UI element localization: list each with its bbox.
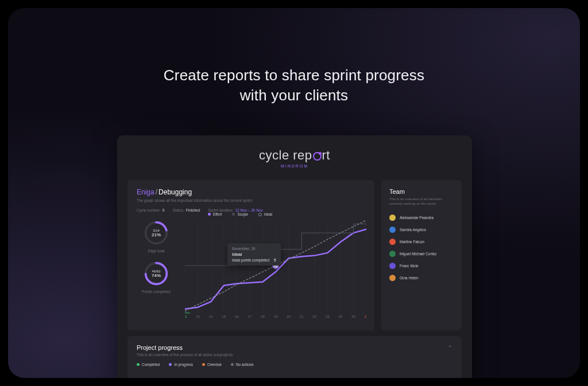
avatar-icon [389, 275, 396, 281]
app-logo: cycle reprt MINDROM [117, 148, 472, 168]
avatar-icon [389, 251, 396, 257]
member-name: Miguel Michael Cortez [400, 252, 436, 256]
sprint-description: The graph shows all the important inform… [137, 198, 365, 202]
member-name: Franc Mole [400, 264, 419, 268]
team-member[interactable]: Aleksandar Peandra [389, 215, 454, 221]
tooltip-date: November, 19 [232, 247, 276, 251]
svg-text:20: 20 [287, 315, 291, 318]
sprint-meta: Cycle number:6 Status:Finished Sprint du… [137, 208, 365, 212]
inprogress-swatch-icon [169, 363, 172, 366]
title-separator: / [156, 188, 157, 196]
logo-wordmark: cycle reprt [117, 148, 472, 163]
promo-frame: Create reports to share sprint progress … [8, 8, 580, 378]
team-member[interactable]: Franc Mole [389, 263, 454, 269]
team-description: This is an overview of all members curre… [389, 197, 454, 206]
team-title: Team [389, 188, 454, 195]
member-name: Martine Falcon [400, 240, 424, 244]
effort-swatch-icon [208, 213, 211, 216]
logo-word-rep: rep [293, 148, 312, 162]
logo-subbrand: MINDROM [117, 164, 472, 168]
chevron-up-icon[interactable]: ⌃ [448, 345, 452, 350]
progress-title: Project progress [137, 344, 183, 351]
sprint-duration: Sprint duration:12 Nov – 26 Nov [208, 208, 263, 212]
legend-scope[interactable]: Scope [232, 212, 247, 216]
project-name: Eniga [137, 188, 154, 196]
points-percent: 74% [152, 273, 161, 278]
svg-text:25: 25 [351, 315, 355, 318]
ideal-swatch-icon [258, 213, 262, 216]
chart-tooltip: November, 19 Ideal Ideal points complete… [227, 243, 281, 266]
progress-description: This is an overview of the process of al… [137, 353, 452, 357]
svg-text:18: 18 [261, 315, 265, 318]
donut-days: 3/1421% [144, 220, 169, 245]
kpi-donuts: 3/1421% Days total 46/6274% Points compl… [136, 220, 177, 302]
svg-text:19: 19 [274, 315, 278, 318]
logo-word-cycle: cycle [259, 148, 289, 162]
svg-text:23: 23 [326, 315, 330, 318]
svg-text:21: 21 [300, 315, 304, 318]
avatar-icon [389, 239, 396, 245]
member-name: Aleksandar Peandra [400, 216, 434, 220]
legend-overdue: Overdue [202, 362, 222, 366]
noactions-swatch-icon [231, 363, 234, 366]
team-member[interactable]: Miguel Michael Cortez [389, 251, 454, 257]
report-app: cycle reprt MINDROM Eniga/Debugging The … [117, 135, 472, 378]
avatar-icon [389, 227, 396, 233]
chart-legend: Effort Scope Ideal [208, 212, 272, 216]
status: Status:Finished [173, 208, 200, 212]
svg-text:15: 15 [222, 315, 226, 318]
logo-word-rt: rt [322, 148, 330, 162]
completed-swatch-icon [137, 363, 140, 366]
team-member[interactable]: Sandra Angelos [389, 227, 454, 233]
svg-text:17: 17 [248, 315, 252, 318]
member-name: Sandra Angelos [400, 228, 426, 232]
team-panel: Team This is an overview of all members … [381, 180, 462, 330]
svg-text:13: 13 [196, 315, 200, 318]
cycle-number: Cycle number:6 [137, 208, 165, 212]
svg-text:22: 22 [312, 315, 316, 318]
tooltip-value: 5 [274, 258, 276, 262]
legend-ideal[interactable]: Ideal [258, 212, 272, 216]
svg-text:24: 24 [339, 315, 343, 318]
logo-glyph-icon [313, 152, 322, 161]
days-label: Days total [136, 249, 177, 253]
hero-line-2: with your clients [8, 85, 580, 106]
legend-completed: Completed [137, 362, 160, 366]
legend-inprogress: In progress [169, 362, 193, 366]
project-progress-panel: Project progress ⌃ This is an overview o… [127, 336, 462, 378]
team-member[interactable]: Gina Helen [389, 275, 454, 281]
member-name: Gina Helen [400, 276, 419, 280]
svg-text:14: 14 [209, 315, 213, 318]
avatar-icon [389, 215, 396, 221]
section-name: Debugging [158, 188, 192, 196]
donut-points: 46/6274% [144, 261, 169, 286]
scope-swatch-icon [232, 213, 235, 216]
svg-text:Nov: Nov [185, 311, 190, 314]
points-label: Points completed [136, 290, 177, 294]
avatar-icon [389, 263, 396, 269]
tooltip-series: Ideal [232, 252, 276, 257]
legend-noactions: No actions [231, 362, 254, 366]
hero-line-1: Create reports to share sprint progress [8, 65, 580, 85]
svg-text:12: 12 [185, 315, 187, 318]
days-percent: 21% [152, 232, 161, 237]
tooltip-metric: Ideal points completed [232, 258, 269, 262]
team-members-list: Aleksandar PeandraSandra AngelosMartine … [389, 215, 454, 281]
burnup-chart[interactable]: 121314151617181920212223242526Nov Novemb… [185, 220, 366, 322]
svg-text:26: 26 [365, 315, 366, 318]
svg-text:16: 16 [235, 315, 239, 318]
overdue-swatch-icon [202, 363, 205, 366]
hero-heading: Create reports to share sprint progress … [8, 8, 580, 106]
team-member[interactable]: Martine Falcon [389, 239, 454, 245]
sprint-title: Eniga/Debugging [137, 188, 365, 196]
progress-legend: Completed In progress Overdue No actions [137, 362, 452, 366]
sprint-panel: Eniga/Debugging The graph shows all the … [127, 180, 374, 330]
panels: Eniga/Debugging The graph shows all the … [127, 180, 462, 378]
legend-effort[interactable]: Effort [208, 212, 222, 216]
